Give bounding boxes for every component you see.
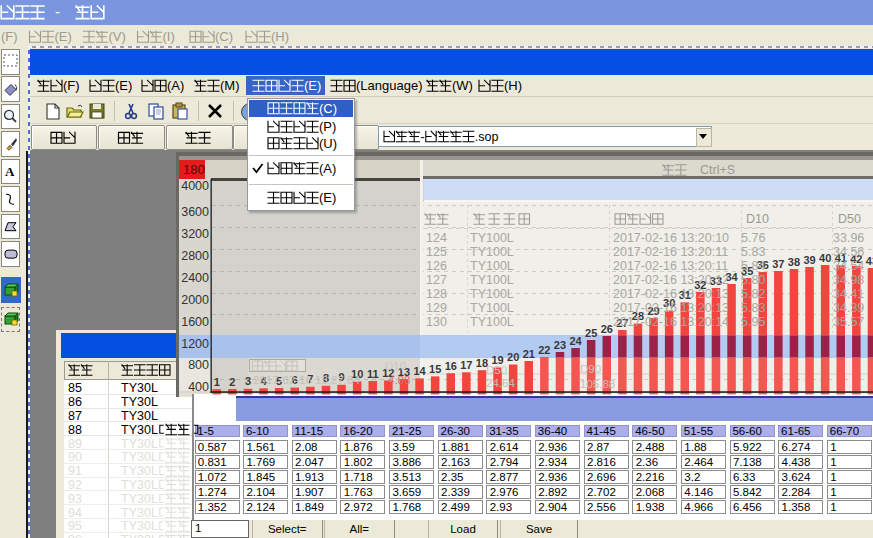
svg-text:(E): (E) — [55, 29, 72, 44]
svg-text:(C): (C) — [215, 29, 233, 44]
svg-text:(I): (I) — [163, 29, 175, 44]
svg-text:(V): (V) — [109, 29, 126, 44]
svg-text:(H): (H) — [271, 29, 289, 44]
svg-text:(F): (F) — [1, 29, 18, 44]
